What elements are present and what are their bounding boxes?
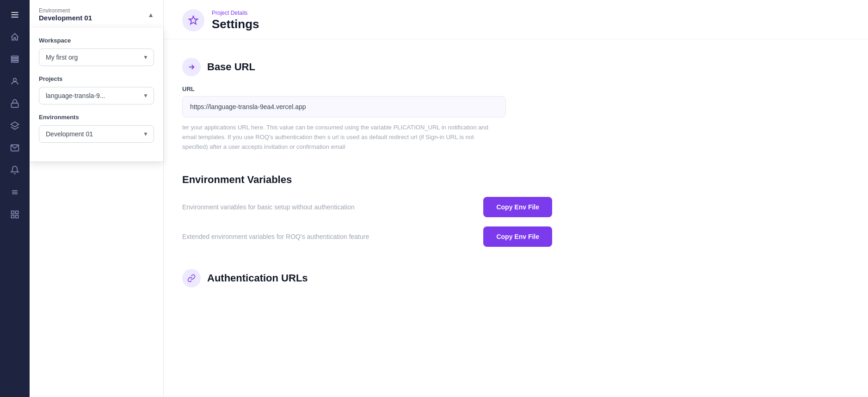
svg-rect-4 (12, 58, 18, 60)
lock-icon[interactable] (6, 94, 24, 113)
svg-marker-8 (11, 122, 19, 127)
env-variables-section: Environment Variables Environment variab… (182, 174, 850, 247)
svg-rect-12 (12, 215, 14, 218)
environments-select-wrapper: Development 01 ▼ (39, 125, 154, 143)
home-icon[interactable] (6, 28, 24, 46)
url-field-label: URL (182, 86, 850, 92)
sidebar (0, 0, 30, 397)
workspace-select-wrapper: My first org ▼ (39, 49, 154, 66)
page-header: Project Details Settings (164, 0, 868, 39)
projects-label: Projects (39, 75, 154, 82)
base-url-section: Base URL URL ter your applications URL h… (182, 58, 850, 152)
list-icon[interactable] (6, 50, 24, 68)
base-url-header: Base URL (182, 58, 850, 76)
breadcrumb: Project Details (212, 10, 259, 16)
base-url-title: Base URL (207, 61, 255, 73)
grid-icon[interactable] (6, 205, 24, 224)
workspace-select[interactable]: My first org (39, 49, 154, 66)
env-label: Environment (39, 7, 92, 14)
env-var-desc-1: Environment variables for basic setup wi… (182, 202, 355, 212)
base-url-icon (182, 58, 201, 76)
translate-icon[interactable] (6, 183, 24, 202)
svg-rect-13 (16, 215, 18, 218)
environments-select[interactable]: Development 01 (39, 125, 154, 143)
env-var-desc-2: Extended environment variables for ROQ's… (182, 232, 369, 242)
bell-icon[interactable] (6, 161, 24, 179)
copy-env-file-button-2[interactable]: Copy Env File (483, 226, 552, 247)
svg-rect-11 (16, 211, 18, 214)
menu-icon[interactable] (6, 6, 24, 24)
auth-urls-header: Authentication URLs (182, 269, 850, 287)
svg-rect-3 (12, 56, 18, 57)
auth-urls-section: Authentication URLs (182, 269, 850, 287)
url-input[interactable] (182, 96, 506, 117)
environment-panel: Environment Development 01 ▲ Workspace M… (30, 0, 164, 397)
projects-select-wrapper: language-transla-9... ▼ (39, 87, 154, 104)
workspace-label: Workspace (39, 37, 154, 44)
layers-icon[interactable] (6, 116, 24, 135)
user-icon[interactable] (6, 72, 24, 91)
svg-rect-5 (12, 61, 18, 62)
svg-rect-7 (12, 103, 18, 107)
auth-urls-title: Authentication URLs (207, 272, 308, 284)
main-content: Project Details Settings Base URL URL te… (164, 0, 868, 397)
url-hint: ter your applications URL here. This val… (182, 123, 497, 152)
env-var-row-1: Environment variables for basic setup wi… (182, 197, 552, 217)
content-body: Base URL URL ter your applications URL h… (164, 39, 868, 328)
projects-select[interactable]: language-transla-9... (39, 87, 154, 104)
workspace-panel: Workspace My first org ▼ Projects langua… (30, 28, 163, 162)
page-title: Settings (212, 17, 259, 31)
env-header[interactable]: Environment Development 01 ▲ (30, 0, 163, 30)
copy-env-file-button-1[interactable]: Copy Env File (483, 197, 552, 217)
chevron-up-icon[interactable]: ▲ (148, 11, 154, 18)
mail-icon[interactable] (6, 139, 24, 157)
header-text: Project Details Settings (212, 10, 259, 31)
header-icon (182, 9, 204, 31)
environments-label: Environments (39, 114, 154, 121)
svg-rect-10 (12, 211, 14, 214)
env-var-row-2: Extended environment variables for ROQ's… (182, 226, 552, 247)
auth-icon (182, 269, 201, 287)
env-vars-title: Environment Variables (182, 174, 850, 186)
env-title: Development 01 (39, 14, 92, 22)
svg-point-6 (13, 78, 17, 81)
